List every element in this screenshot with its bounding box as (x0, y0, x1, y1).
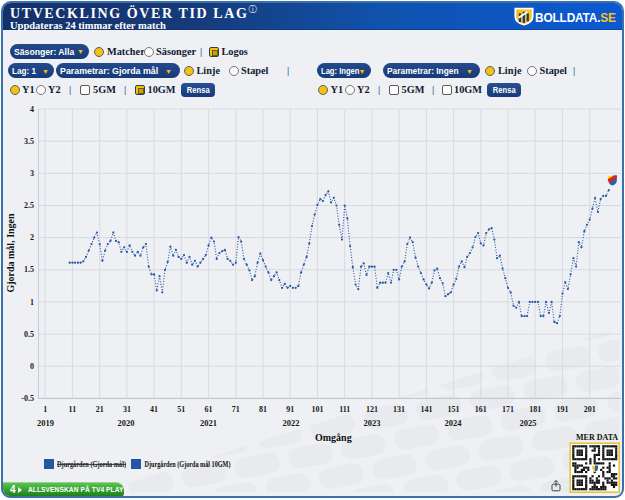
svg-text:61: 61 (205, 405, 213, 414)
svg-text:81: 81 (259, 405, 267, 414)
svg-text:91: 91 (286, 405, 294, 414)
svg-text:201: 201 (584, 405, 596, 414)
svg-text:151: 151 (448, 405, 460, 414)
svg-text:131: 131 (393, 405, 405, 414)
svg-text:Djurgården (Gjorda mål): Djurgården (Gjorda mål) (57, 459, 126, 469)
svg-text:2020: 2020 (118, 418, 135, 428)
svg-text:1: 1 (43, 405, 47, 414)
svg-text:-0.5: -0.5 (21, 394, 34, 403)
svg-text:161: 161 (475, 405, 487, 414)
svg-text:2024: 2024 (445, 418, 463, 428)
svg-text:191: 191 (557, 405, 569, 414)
svg-text:0.5: 0.5 (24, 330, 34, 339)
svg-text:Omgång: Omgång (315, 432, 352, 443)
svg-text:41: 41 (150, 405, 158, 414)
svg-text:Gjorda mål, Ingen: Gjorda mål, Ingen (5, 213, 16, 293)
svg-text:2021: 2021 (200, 418, 217, 428)
svg-text:111: 111 (339, 405, 350, 414)
svg-text:1.5: 1.5 (24, 265, 34, 274)
svg-text:171: 171 (502, 405, 514, 414)
svg-text:71: 71 (232, 405, 240, 414)
svg-text:21: 21 (96, 405, 104, 414)
svg-text:2: 2 (30, 233, 34, 242)
svg-text:2019: 2019 (37, 418, 54, 428)
svg-text:3: 3 (30, 169, 34, 178)
svg-text:2.5: 2.5 (24, 201, 34, 210)
svg-text:2025: 2025 (520, 418, 537, 428)
svg-text:141: 141 (420, 405, 432, 414)
svg-text:3.5: 3.5 (24, 137, 34, 146)
svg-text:4: 4 (30, 105, 34, 114)
svg-text:121: 121 (366, 405, 378, 414)
svg-text:Djurgården (Gjorda mål 10GM): Djurgården (Gjorda mål 10GM) (145, 459, 231, 469)
svg-text:51: 51 (177, 405, 185, 414)
svg-text:0: 0 (30, 362, 34, 371)
svg-text:2022: 2022 (283, 418, 300, 428)
svg-text:11: 11 (69, 405, 77, 414)
svg-text:181: 181 (529, 405, 541, 414)
svg-text:101: 101 (311, 405, 323, 414)
svg-text:1: 1 (30, 298, 34, 307)
svg-text:31: 31 (123, 405, 131, 414)
svg-text:2023: 2023 (364, 418, 381, 428)
